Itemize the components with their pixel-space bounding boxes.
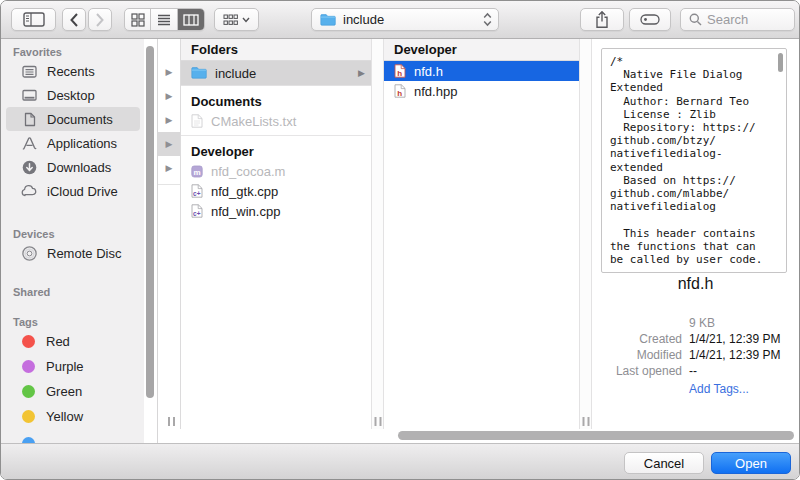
disclosure-triangle-icon: ▶ xyxy=(158,132,180,156)
cpp-file-icon: c+ xyxy=(191,204,203,218)
sidebar-item-applications[interactable]: Applications xyxy=(6,131,140,155)
sidebar-item-label: Documents xyxy=(47,112,113,127)
tags-button[interactable] xyxy=(629,8,671,31)
sidebar-item-label: Remote Disc xyxy=(47,246,121,261)
sidebar-tag-green[interactable]: Green xyxy=(6,379,140,404)
sidebar-tag-red[interactable]: Red xyxy=(6,329,140,354)
objc-file-icon: m xyxy=(191,165,203,178)
tag-label: Yellow xyxy=(46,409,83,424)
share-button[interactable] xyxy=(580,8,624,31)
horizontal-scrollbar-track[interactable] xyxy=(158,429,799,443)
sidebar-item-recents[interactable]: Recents xyxy=(6,59,140,83)
icon-view-button[interactable] xyxy=(125,9,151,30)
file-row-include[interactable]: include ▶ xyxy=(181,61,371,86)
file-row-nfd-cocoa[interactable]: m nfd_cocoa.m xyxy=(181,161,371,181)
created-value: 1/4/21, 12:39 PM xyxy=(689,332,780,346)
file-preview-box: /* Native File Dialog Extended Author: B… xyxy=(601,48,787,273)
sidebar-item-documents[interactable]: Documents xyxy=(6,107,140,131)
forward-chevron-icon xyxy=(95,12,105,28)
modified-value: 1/4/21, 12:39 PM xyxy=(689,348,780,362)
disclosure-triangle-icon: ▶ xyxy=(158,84,180,108)
tag-label: Purple xyxy=(46,359,84,374)
sidebar-tag-yellow[interactable]: Yellow xyxy=(6,404,140,429)
file-preview-code: /* Native File Dialog Extended Author: B… xyxy=(610,55,780,266)
group-by-icon xyxy=(223,14,238,26)
file-name: nfd.h xyxy=(414,64,573,79)
sidebar-item-label: Desktop xyxy=(47,88,95,103)
file-row-cmakelists[interactable]: CMakeLists.txt xyxy=(181,111,371,131)
column-resize-handle[interactable] xyxy=(582,417,589,426)
sidebar-item-label: Downloads xyxy=(47,160,111,175)
column-resize-handle[interactable] xyxy=(374,417,381,426)
horizontal-scrollbar-thumb[interactable] xyxy=(398,431,794,440)
tag-label: Red xyxy=(46,334,70,349)
file-name: CMakeLists.txt xyxy=(211,114,365,129)
sidebar-section-favorites: Favorites xyxy=(1,45,157,59)
sidebar-item-icloud-drive[interactable]: iCloud Drive xyxy=(6,179,140,203)
dialog-footer: Cancel Open xyxy=(1,443,799,480)
sidebar-scrollbar-thumb[interactable] xyxy=(146,46,154,398)
sidebar-item-downloads[interactable]: Downloads xyxy=(6,155,140,179)
file-row-nfd-win[interactable]: c+ nfd_win.cpp xyxy=(181,201,371,221)
file-size: 9 KB xyxy=(689,316,715,330)
list-view-button[interactable] xyxy=(151,9,177,30)
column-developer: Developer h nfd.h h nfd.hpp xyxy=(384,39,579,429)
folder-icon xyxy=(320,14,336,26)
green-tag-dot-icon xyxy=(22,385,35,398)
current-folder-dropdown[interactable]: include xyxy=(311,8,499,31)
toolbar: include xyxy=(1,1,799,39)
preview-file-info: 9 KB Created 1/4/21, 12:39 PM Modified 1… xyxy=(592,316,793,398)
column-view-icon xyxy=(183,14,199,26)
column-divider xyxy=(579,39,592,429)
current-folder-label: include xyxy=(343,12,384,27)
purple-tag-dot-icon xyxy=(22,360,35,373)
folder-icon xyxy=(191,67,207,79)
modified-label: Modified xyxy=(592,348,682,362)
desktop-icon xyxy=(20,87,38,104)
svg-text:m: m xyxy=(193,167,200,176)
disclosure-triangle-icon: ▶ xyxy=(158,156,180,180)
dropdown-stepper-icon xyxy=(483,12,492,27)
tag-label: Green xyxy=(46,384,82,399)
sidebar-item-remote-disc[interactable]: Remote Disc xyxy=(6,241,140,265)
sidebar-section-tags: Tags xyxy=(1,315,157,329)
sidebar-toggle-icon xyxy=(23,12,45,27)
disc-icon xyxy=(20,245,38,262)
header-file-icon: h xyxy=(394,84,406,98)
back-chevron-icon xyxy=(69,12,79,28)
back-button[interactable] xyxy=(62,8,86,31)
cancel-button[interactable]: Cancel xyxy=(624,452,704,474)
file-row-nfd-hpp[interactable]: h nfd.hpp xyxy=(384,81,579,101)
open-button[interactable]: Open xyxy=(711,452,791,474)
share-icon xyxy=(594,10,610,29)
downloads-icon xyxy=(20,159,38,176)
group-by-button[interactable] xyxy=(214,8,259,31)
info-row-add-tags: Add Tags... xyxy=(592,382,793,398)
applications-icon xyxy=(20,135,38,152)
column-view-button[interactable] xyxy=(178,9,204,30)
toggle-sidebar-button[interactable] xyxy=(11,8,56,31)
search-input[interactable] xyxy=(707,12,785,27)
chevron-down-icon xyxy=(242,17,250,23)
group-header-developer-2: Developer xyxy=(384,39,579,61)
sidebar-item-desktop[interactable]: Desktop xyxy=(6,83,140,107)
preview-scrollbar-thumb[interactable] xyxy=(778,53,783,72)
file-name: nfd_cocoa.m xyxy=(211,164,365,179)
yellow-tag-dot-icon xyxy=(22,410,35,423)
group-header-folders: Folders xyxy=(181,39,371,61)
column-resize-handle[interactable] xyxy=(168,417,175,426)
file-row-nfd-h[interactable]: h nfd.h xyxy=(384,61,579,81)
column-preview: /* Native File Dialog Extended Author: B… xyxy=(592,39,799,429)
text-file-icon xyxy=(191,114,203,128)
sidebar-item-label: iCloud Drive xyxy=(47,184,118,199)
search-field[interactable] xyxy=(680,8,795,31)
cpp-file-icon: c+ xyxy=(191,184,203,198)
add-tags-link[interactable]: Add Tags... xyxy=(689,382,749,396)
forward-button[interactable] xyxy=(88,8,112,31)
info-row-last-opened: Last opened -- xyxy=(592,364,793,380)
sidebar-tag-purple[interactable]: Purple xyxy=(6,354,140,379)
collapsed-parent-column: ▶ ▶ ▶ ▶ ▶ xyxy=(158,39,181,429)
red-tag-dot-icon xyxy=(22,335,35,348)
svg-text:c+: c+ xyxy=(193,190,201,197)
file-row-nfd-gtk[interactable]: c+ nfd_gtk.cpp xyxy=(181,181,371,201)
